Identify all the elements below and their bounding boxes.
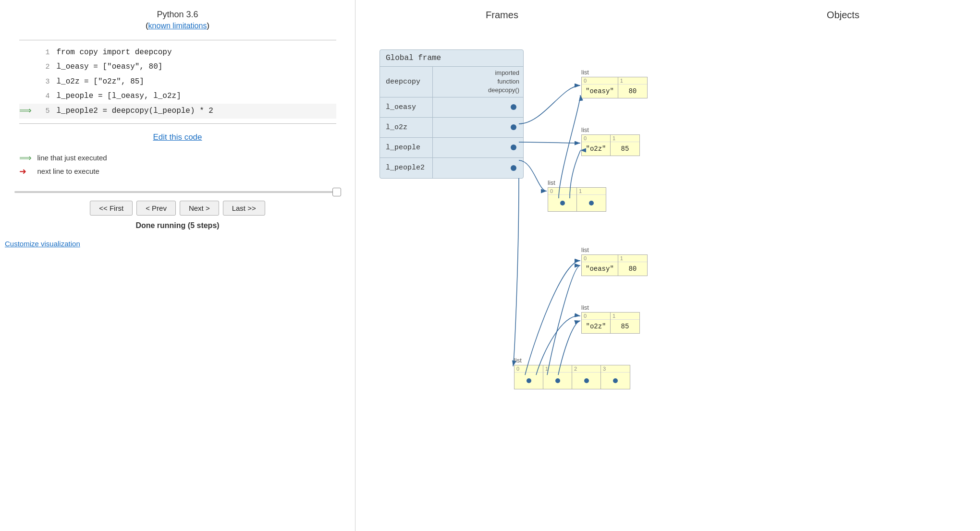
- code-line-3: ➜ 3 l_o2z = ["o2z", 85]: [19, 74, 336, 89]
- list-obj-people2-outer: list 0 1 2: [514, 357, 630, 389]
- frame-val-lpeople2: [433, 158, 523, 178]
- list-cells-oeasy: 0 "oeasy" 1 80: [581, 77, 648, 98]
- frame-var-lpeople: l_people: [380, 138, 433, 157]
- right-headers: Frames Objects: [370, 10, 966, 21]
- slider-area: [14, 191, 341, 193]
- frame-row-lo2z: l_o2z: [380, 118, 523, 138]
- list-cell-people-1: 1: [577, 188, 606, 211]
- edit-link[interactable]: Edit this code: [153, 133, 202, 142]
- dot-loeasy: [511, 104, 516, 110]
- frame-row-lpeople: l_people: [380, 138, 523, 158]
- nav-buttons: << First < Prev Next > Last >>: [90, 201, 265, 216]
- list-cell-p2-0: 0: [514, 365, 543, 389]
- dot-p2-2: [584, 378, 589, 383]
- legend-text-green: line that just executed: [37, 154, 107, 162]
- legend-text-red: next line to execute: [37, 167, 99, 175]
- list-cell-oeasy-1: 1 80: [618, 77, 647, 98]
- global-frame: Global frame deepcopy importedfunctionde…: [380, 49, 524, 179]
- list-cell-copy-oeasy-1: 1 80: [618, 255, 647, 276]
- list-label-people2-outer: list: [514, 357, 630, 364]
- frame-row-loeasy: l_oeasy: [380, 97, 523, 118]
- code-line-5: ⟹ 5 l_people2 = deepcopy(l_people) * 2: [19, 104, 336, 119]
- list-cell-o2z-0: 0 "o2z": [582, 135, 611, 156]
- legend-arrow-red: ➜: [19, 166, 33, 177]
- dot-lpeople: [511, 145, 516, 150]
- list-cell-oeasy-0: 0 "oeasy": [582, 77, 618, 98]
- dot-lo2z: [511, 124, 516, 130]
- status-text: Done running (5 steps): [135, 221, 219, 230]
- customize-link[interactable]: Customize visualization: [5, 240, 80, 248]
- list-label-people: list: [548, 179, 606, 186]
- arrow-4: ➜: [19, 89, 33, 104]
- first-button[interactable]: << First: [90, 201, 133, 216]
- panel-title: Python 3.6: [157, 10, 198, 20]
- dot-p2-1: [555, 378, 560, 383]
- frames-label: Frames: [486, 10, 518, 21]
- slider-thumb[interactable]: [332, 188, 341, 196]
- list-cells-people2-outer: 0 1 2 3: [514, 365, 630, 389]
- arrow-1: ➜: [19, 45, 33, 60]
- list-cell-copy-oeasy-0: 0 "oeasy": [582, 255, 618, 276]
- arrow-2: ➜: [19, 60, 33, 75]
- slider-track[interactable]: [14, 191, 341, 193]
- code-line-2: ➜ 2 l_oeasy = ["oeasy", 80]: [19, 60, 336, 75]
- list-obj-o2z: list 0 "o2z" 1 85: [581, 126, 640, 156]
- frame-val-lo2z: [433, 118, 523, 137]
- list-obj-oeasy: list 0 "oeasy" 1 80: [581, 69, 648, 98]
- list-obj-copy-o2z: list 0 "o2z" 1 85: [581, 304, 640, 334]
- code-line-4: ➜ 4 l_people = [l_oeasy, l_o2z]: [19, 89, 336, 104]
- legend-arrow-green: ⟹: [19, 153, 33, 163]
- list-label-copy-oeasy: list: [581, 246, 648, 253]
- legend-item-red: ➜ next line to execute: [19, 166, 336, 177]
- list-cell-p2-1: 1: [543, 365, 572, 389]
- list-cells-copy-oeasy: 0 "oeasy" 1 80: [581, 254, 648, 276]
- objects-label: Objects: [827, 10, 859, 21]
- dot-people-1: [589, 201, 594, 205]
- list-cell-copy-o2z-0: 0 "o2z": [582, 313, 611, 333]
- line-num-4: 4: [33, 90, 50, 103]
- list-label-oeasy: list: [581, 69, 648, 76]
- list-obj-people: list 0 1: [548, 179, 606, 212]
- prev-button[interactable]: < Prev: [136, 201, 176, 216]
- arrow-3: ➜: [19, 74, 33, 89]
- list-cell-p2-3: 3: [601, 365, 630, 389]
- list-cells-o2z: 0 "o2z" 1 85: [581, 134, 640, 156]
- global-frame-title: Global frame: [380, 50, 523, 67]
- line-num-5: 5: [33, 105, 50, 118]
- frame-val-deepcopy: importedfunctiondeepcopy(): [433, 67, 523, 97]
- next-button[interactable]: Next >: [180, 201, 219, 216]
- line-num-1: 1: [33, 47, 50, 59]
- list-cell-o2z-1: 1 85: [611, 135, 639, 156]
- frame-var-loeasy: l_oeasy: [380, 97, 433, 117]
- code-text-1: from copy import deepcopy: [57, 46, 172, 59]
- diagram-container: Global frame deepcopy importedfunctionde…: [370, 30, 966, 462]
- frame-val-loeasy: [433, 97, 523, 117]
- code-area: ➜ 1 from copy import deepcopy ➜ 2 l_oeas…: [19, 40, 336, 124]
- frame-var-lpeople2: l_people2: [380, 158, 433, 178]
- last-button[interactable]: Last >>: [223, 201, 265, 216]
- frame-var-lo2z: l_o2z: [380, 118, 433, 137]
- code-text-2: l_oeasy = ["oeasy", 80]: [57, 60, 163, 73]
- dot-p2-0: [527, 378, 531, 383]
- panel-subtitle: (known limitations): [146, 22, 209, 30]
- list-cells-copy-o2z: 0 "o2z" 1 85: [581, 312, 640, 334]
- code-text-4: l_people = [l_oeasy, l_o2z]: [57, 90, 181, 103]
- legend-item-green: ⟹ line that just executed: [19, 153, 336, 163]
- code-line-1: ➜ 1 from copy import deepcopy: [19, 45, 336, 60]
- right-panel: Frames Objects Global frame deepcopy imp…: [355, 0, 980, 531]
- list-label-o2z: list: [581, 126, 640, 133]
- left-panel: Python 3.6 (known limitations) ➜ 1 from …: [0, 0, 355, 531]
- known-limitations-link[interactable]: known limitations: [148, 22, 207, 30]
- list-cells-people: 0 1: [548, 187, 606, 212]
- frame-var-deepcopy: deepcopy: [380, 67, 433, 97]
- legend: ⟹ line that just executed ➜ next line to…: [19, 153, 336, 180]
- list-cell-people-0: 0: [548, 188, 577, 211]
- list-label-copy-o2z: list: [581, 304, 640, 311]
- arrow-5: ⟹: [19, 104, 33, 119]
- line-num-2: 2: [33, 61, 50, 73]
- list-cell-p2-2: 2: [572, 365, 601, 389]
- dot-p2-3: [613, 378, 618, 383]
- list-obj-copy-oeasy: list 0 "oeasy" 1 80: [581, 246, 648, 276]
- frame-row-lpeople2: l_people2: [380, 158, 523, 178]
- code-text-3: l_o2z = ["o2z", 85]: [57, 75, 144, 88]
